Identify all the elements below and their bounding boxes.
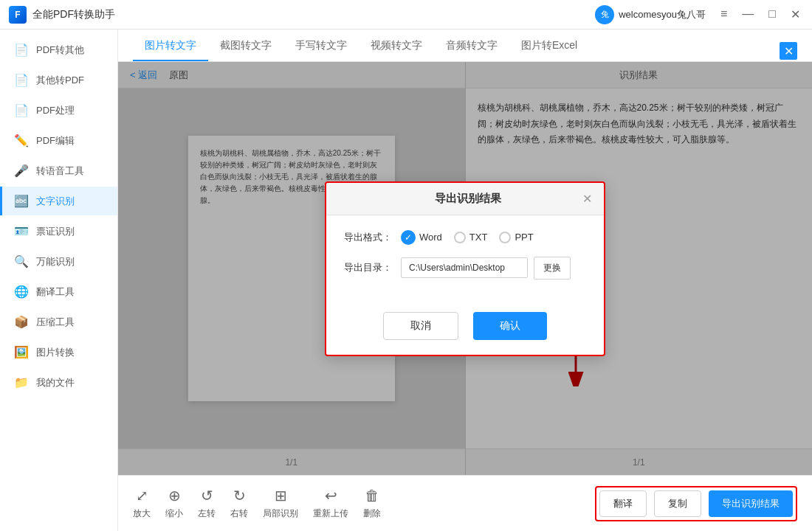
modal-overlay: 导出识别结果 ✕ 导出格式： ✓ Word <box>118 62 812 475</box>
content-area: 图片转文字 截图转文字 手写转文字 视频转文字 音频转文字 图片转Excel ✕… <box>118 30 812 531</box>
tool-delete[interactable]: 🗑 删除 <box>363 487 381 520</box>
tool-rotate-left[interactable]: ↺ 左转 <box>198 487 216 520</box>
confirm-button[interactable]: 确认 <box>473 312 547 340</box>
text-ocr-icon: 🔤 <box>14 194 29 208</box>
cert-ocr-icon: 🪪 <box>14 224 29 238</box>
sidebar-item-text-ocr[interactable]: 🔤 文字识别 <box>0 187 117 215</box>
zoom-out-icon: ⊕ <box>168 487 181 504</box>
pdf-process-icon: 📄 <box>14 103 29 117</box>
titlebar: F 全能PDF转换助手 兔 welcomesyou兔八哥 ≡ — □ ✕ <box>0 0 812 30</box>
modal-body: 导出格式： ✓ Word TXT <box>326 215 604 306</box>
sidebar-item-pdf-process[interactable]: 📄 PDF处理 <box>0 96 117 125</box>
cancel-button[interactable]: 取消 <box>383 312 458 340</box>
sidebar-label-my-files: 我的文件 <box>36 376 75 389</box>
toolbar: ⤢ 放大 ⊕ 缩小 ↺ 左转 ↻ 右转 ⊞ 局部识别 <box>118 475 812 531</box>
copy-button[interactable]: 复制 <box>654 490 701 517</box>
tab-audio-to-text[interactable]: 音频转文字 <box>434 32 509 61</box>
titlebar-right: 兔 welcomesyou兔八哥 ≡ — □ ✕ <box>595 5 803 24</box>
sidebar: 📄 PDF转其他 📄 其他转PDF 📄 PDF处理 ✏️ PDF编辑 🎤 转语音… <box>0 30 118 531</box>
format-word[interactable]: ✓ Word <box>401 230 442 245</box>
tool-zoom-out[interactable]: ⊕ 缩小 <box>165 487 183 520</box>
pdf-edit-icon: ✏️ <box>14 133 29 148</box>
rotate-left-label: 左转 <box>198 507 216 520</box>
word-label: Word <box>419 232 442 243</box>
ppt-label: PPT <box>515 232 533 243</box>
format-ppt[interactable]: PPT <box>499 232 533 243</box>
sidebar-label-compress: 压缩工具 <box>36 316 75 329</box>
close-button[interactable]: ✕ <box>788 7 803 21</box>
sidebar-item-other-pdf[interactable]: 📄 其他转PDF <box>0 66 117 94</box>
titlebar-left: F 全能PDF转换助手 <box>9 6 115 24</box>
speech-icon: 🎤 <box>14 164 29 178</box>
dir-input-group: 更换 <box>401 257 571 280</box>
local-ocr-icon: ⊞ <box>275 487 287 504</box>
rotate-right-icon: ↻ <box>233 487 246 504</box>
change-dir-button[interactable]: 更换 <box>534 257 571 280</box>
sidebar-item-my-files[interactable]: 📁 我的文件 <box>0 368 117 397</box>
tab-close-button[interactable]: ✕ <box>780 42 797 60</box>
txt-label: TXT <box>469 232 488 243</box>
tool-rotate-right[interactable]: ↻ 右转 <box>230 487 248 520</box>
dir-input[interactable] <box>401 257 528 278</box>
modal-footer: 取消 确认 <box>326 306 604 355</box>
tab-clip-to-text[interactable]: 截图转文字 <box>208 32 283 61</box>
sidebar-label-img-convert: 图片转换 <box>36 346 75 359</box>
sidebar-label-speech: 转语音工具 <box>36 164 84 178</box>
avatar: 兔 <box>595 5 614 24</box>
toolbar-tools: ⤢ 放大 ⊕ 缩小 ↺ 左转 ↻ 右转 ⊞ 局部识别 <box>133 487 381 520</box>
sidebar-label-universal-ocr: 万能识别 <box>36 255 75 268</box>
tab-handwrite-to-text[interactable]: 手写转文字 <box>283 32 359 61</box>
format-options: ✓ Word TXT <box>401 230 534 245</box>
sidebar-label-translate: 翻译工具 <box>36 285 75 299</box>
rotate-right-label: 右转 <box>230 507 248 520</box>
tabbar: 图片转文字 截图转文字 手写转文字 视频转文字 音频转文字 图片转Excel ✕ <box>118 30 812 62</box>
app-title: 全能PDF转换助手 <box>32 8 115 21</box>
reupload-label: 重新上传 <box>313 507 348 520</box>
app-logo: F <box>9 6 27 24</box>
modal-close-button[interactable]: ✕ <box>582 192 592 206</box>
universal-ocr-icon: 🔍 <box>14 254 29 268</box>
my-files-icon: 📁 <box>14 375 29 389</box>
sidebar-label-pdf-other: PDF转其他 <box>36 44 84 57</box>
word-checkmark: ✓ <box>401 230 416 245</box>
tab-close-area: ✕ <box>780 42 797 61</box>
sidebar-label-other-pdf: 其他转PDF <box>36 74 84 87</box>
dir-label: 导出目录： <box>344 261 392 274</box>
translate-button[interactable]: 翻译 <box>599 490 647 517</box>
main-layout: 📄 PDF转其他 📄 其他转PDF 📄 PDF处理 ✏️ PDF编辑 🎤 转语音… <box>0 30 812 531</box>
tab-video-to-text[interactable]: 视频转文字 <box>359 32 434 61</box>
zoom-out-label: 缩小 <box>165 507 183 520</box>
menu-button[interactable]: ≡ <box>718 7 730 21</box>
ppt-radio <box>499 232 511 243</box>
compress-icon: 📦 <box>14 315 29 329</box>
sidebar-item-pdf-edit[interactable]: ✏️ PDF编辑 <box>0 126 117 155</box>
workspace: < 返回 原图 核桃为胡桃科、胡桃属植物，乔木，高达20.25米；树干较别的种类… <box>118 62 812 475</box>
modal-header: 导出识别结果 ✕ <box>326 183 604 215</box>
local-ocr-label: 局部识别 <box>263 507 298 520</box>
sidebar-item-img-convert[interactable]: 🖼️ 图片转换 <box>0 338 117 367</box>
sidebar-item-speech[interactable]: 🎤 转语音工具 <box>0 156 117 185</box>
tool-zoom-in[interactable]: ⤢ 放大 <box>133 487 151 520</box>
tool-reupload[interactable]: ↩ 重新上传 <box>313 487 348 520</box>
logo-text: F <box>15 10 20 20</box>
maximize-button[interactable]: □ <box>765 7 779 21</box>
delete-label: 删除 <box>363 507 381 520</box>
other-pdf-icon: 📄 <box>14 73 29 87</box>
sidebar-item-pdf-other[interactable]: 📄 PDF转其他 <box>0 35 117 64</box>
tool-local-ocr[interactable]: ⊞ 局部识别 <box>263 487 298 520</box>
minimize-button[interactable]: — <box>739 7 757 21</box>
tab-img-to-excel[interactable]: 图片转Excel <box>509 32 589 61</box>
export-button[interactable]: 导出识别结果 <box>709 490 793 517</box>
format-txt[interactable]: TXT <box>454 232 488 243</box>
tab-img-to-text[interactable]: 图片转文字 <box>133 32 208 61</box>
sidebar-label-cert-ocr: 票证识别 <box>36 225 75 238</box>
sidebar-item-cert-ocr[interactable]: 🪪 票证识别 <box>0 217 117 246</box>
zoom-in-label: 放大 <box>133 507 151 520</box>
sidebar-item-universal-ocr[interactable]: 🔍 万能识别 <box>0 247 117 276</box>
sidebar-item-translate[interactable]: 🌐 翻译工具 <box>0 277 117 306</box>
rotate-left-icon: ↺ <box>201 487 213 504</box>
pdf-other-icon: 📄 <box>14 43 29 57</box>
toolbar-right-highlight: 翻译 复制 导出识别结果 <box>595 486 797 521</box>
export-modal: 导出识别结果 ✕ 导出格式： ✓ Word <box>325 181 605 356</box>
sidebar-item-compress[interactable]: 📦 压缩工具 <box>0 308 117 336</box>
